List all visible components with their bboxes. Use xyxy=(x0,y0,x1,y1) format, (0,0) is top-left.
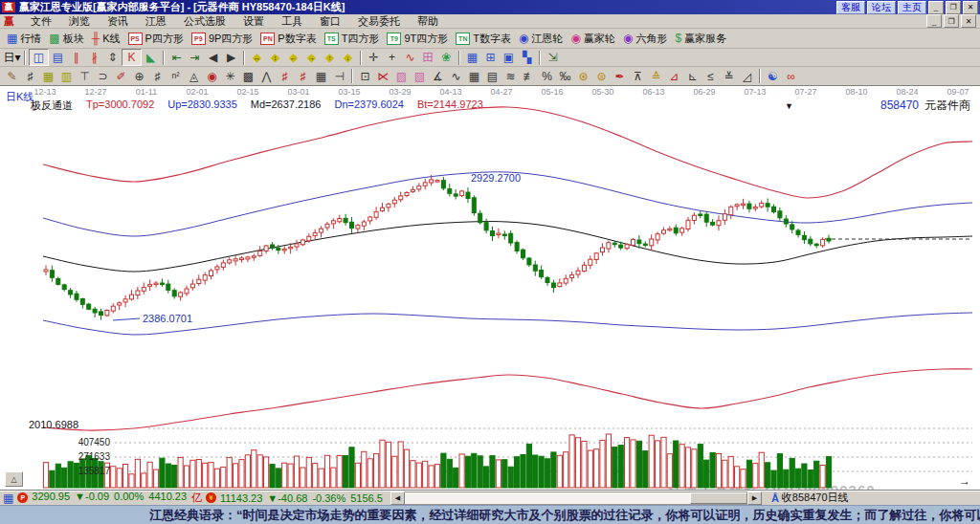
pan-hand-button[interactable]: ✛ xyxy=(365,50,383,65)
compass-button[interactable]: ◉ xyxy=(203,69,221,84)
save-button[interactable]: ▚ xyxy=(518,50,536,65)
permille-button[interactable]: ‰ xyxy=(556,69,574,84)
table-grid-button[interactable]: ▤ xyxy=(483,69,501,84)
color-flag-button[interactable]: ◣ xyxy=(142,50,160,65)
sectors-button[interactable]: ▩板块 xyxy=(45,30,87,47)
gann-grid2-button[interactable]: ▥ xyxy=(57,69,76,84)
hexagon-button[interactable]: ◉六角形 xyxy=(619,30,671,47)
next-bar-button[interactable]: ▶ xyxy=(222,50,240,65)
titlebar-link-home[interactable]: 主页 xyxy=(898,1,926,14)
gold-angle-button[interactable]: ≙ xyxy=(647,69,665,84)
menu-item-news[interactable]: 资讯 xyxy=(99,14,137,29)
quotes-button[interactable]: ▦行情 xyxy=(3,30,45,47)
info-panel-button[interactable]: ▤ xyxy=(49,50,67,65)
gann-flower-button[interactable]: ❀ xyxy=(437,50,456,65)
candle-large-button[interactable]: ∦ xyxy=(85,50,103,65)
red-fence-button[interactable]: ♯ xyxy=(276,69,294,84)
dark-grid-button[interactable]: ▩ xyxy=(239,69,257,84)
last-page-button[interactable]: ⇥ xyxy=(186,50,204,65)
child-minimize-button[interactable]: _ xyxy=(926,14,942,28)
tri-tool-button[interactable]: ◿ xyxy=(738,69,756,84)
menu-item-tools[interactable]: 工具 xyxy=(273,14,311,29)
add-point-button[interactable]: + xyxy=(383,50,401,65)
menu-item-settings[interactable]: 设置 xyxy=(234,14,273,29)
zoom-v-diamond-button[interactable]: ◆↕ xyxy=(266,50,284,65)
child-close-button[interactable]: ✕ xyxy=(961,14,976,28)
funnel-button[interactable]: ⊼ xyxy=(629,69,647,84)
time-ruler-button[interactable]: ♯ xyxy=(21,69,39,84)
quote-grid-icon[interactable]: ▦ xyxy=(3,491,13,505)
scrollbar-left-button[interactable]: ◀ xyxy=(390,491,405,505)
trend-mark-button[interactable]: ∿ xyxy=(401,50,419,65)
kline-style-button[interactable]: K xyxy=(122,49,142,66)
big-grid-button[interactable]: ▦ xyxy=(312,69,330,84)
angle-tool-button[interactable]: ∡ xyxy=(429,69,447,84)
close-button[interactable]: ✕ xyxy=(963,1,978,14)
gold-circle-button[interactable]: ⊛ xyxy=(574,69,592,84)
red-fence2-button[interactable]: ♯ xyxy=(294,69,312,84)
first-page-button[interactable]: ⇤ xyxy=(167,50,186,65)
kline-button[interactable]: ╫K线 xyxy=(88,30,124,47)
lt-tool-button[interactable]: ≤ xyxy=(702,69,720,84)
shift-up-diamond-button[interactable]: ◆↑ xyxy=(321,50,339,65)
fib-lines-button[interactable]: ≢ xyxy=(520,69,538,84)
notebook-button[interactable]: ▣ xyxy=(500,50,518,65)
menu-item-help[interactable]: 帮助 xyxy=(409,14,447,29)
draw-pen-button[interactable]: ✎ xyxy=(3,69,21,84)
scrollbar-thumb[interactable] xyxy=(690,492,747,504)
horizontal-scrollbar[interactable]: ◀ ▶ xyxy=(390,492,762,504)
period-day-dropdown[interactable]: 日▾ xyxy=(3,50,21,65)
export-data-button[interactable]: ⇲ xyxy=(544,50,562,65)
scrollbar-right-button[interactable]: ▶ xyxy=(747,491,762,505)
menu-item-trade[interactable]: 交易委托 xyxy=(349,14,409,29)
gann-wheel-button[interactable]: ◉江恩轮 xyxy=(515,30,567,47)
shift-down-diamond-button[interactable]: ◆↓ xyxy=(339,50,357,65)
dense-grid-button[interactable]: ♯ xyxy=(148,69,167,84)
star-tool-button[interactable]: ✳ xyxy=(221,69,239,84)
volume-pane-toggle-button[interactable]: △ xyxy=(5,471,23,487)
zigzag-button[interactable]: ⋀ xyxy=(257,69,276,84)
arc-angle-button[interactable]: ⊾ xyxy=(683,69,702,84)
child-restore-button[interactable]: ❐ xyxy=(944,14,959,28)
p-square-button[interactable]: PSP四方形 xyxy=(124,30,188,47)
shift-left-diamond-button[interactable]: ◆← xyxy=(284,50,302,65)
pink-grid2-button[interactable]: ▧ xyxy=(411,69,429,84)
price-window-button[interactable]: ⊡ xyxy=(356,69,374,84)
restore-button[interactable]: ❐ xyxy=(946,1,961,14)
candle-small-button[interactable]: ∥ xyxy=(67,50,85,65)
ink-pen-button[interactable]: ✒ xyxy=(611,69,629,84)
multi-wave-button[interactable]: ≋ xyxy=(501,69,520,84)
prev-bar-button[interactable]: ◀ xyxy=(204,50,222,65)
shanghai-index-icon[interactable]: P xyxy=(17,492,28,503)
chart-layout-button[interactable]: ◫ xyxy=(29,49,49,66)
menu-item-window[interactable]: 窗口 xyxy=(311,14,349,29)
scrollbar-track[interactable] xyxy=(405,491,747,505)
red-angle-button[interactable]: ⊿ xyxy=(665,69,683,84)
yin-yang-button[interactable]: ☯ xyxy=(764,69,782,84)
h-measure-button[interactable]: ⊣ xyxy=(330,69,348,84)
calculator-button[interactable]: ⊞ xyxy=(481,50,500,65)
p9-square-button[interactable]: P99P四方形 xyxy=(188,30,256,47)
red-pen-button[interactable]: ✐ xyxy=(112,69,130,84)
titlebar-link-service[interactable]: 客服 xyxy=(836,1,865,14)
gold-ring-button[interactable]: ⊜ xyxy=(592,69,611,84)
scale-button[interactable]: ⇕ xyxy=(103,50,122,65)
p-number-button[interactable]: PNP数字表 xyxy=(256,30,320,47)
chat-user-icon[interactable]: Å xyxy=(771,492,779,504)
menu-item-formula-stock-pick[interactable]: 公式选股 xyxy=(175,14,234,29)
infinity-button[interactable]: ∞ xyxy=(782,69,800,84)
shift-right-diamond-button[interactable]: ◆→ xyxy=(302,50,321,65)
menu-item-file[interactable]: 文件 xyxy=(22,14,60,29)
eq-tool-button[interactable]: ≚ xyxy=(720,69,738,84)
t-number-button[interactable]: TNT数字表 xyxy=(452,30,515,47)
n-square-button[interactable]: n² xyxy=(167,69,185,84)
price-ruler-button[interactable]: ⊤ xyxy=(76,69,94,84)
cycle-tool-button[interactable]: ⊃ xyxy=(94,69,112,84)
menu-item-gann[interactable]: 江恩 xyxy=(137,14,175,29)
wave-tool-button[interactable]: ∿ xyxy=(447,69,465,84)
shenzhen-index-icon[interactable]: ¥ xyxy=(206,492,216,503)
titlebar-link-forum[interactable]: 论坛 xyxy=(867,1,896,14)
gann-grid-button[interactable]: ▦ xyxy=(39,69,57,84)
kline-chart[interactable]: 2929.27002386.07012010.69884074502716331… xyxy=(0,86,980,490)
menu-item-browse[interactable]: 浏览 xyxy=(60,14,99,29)
